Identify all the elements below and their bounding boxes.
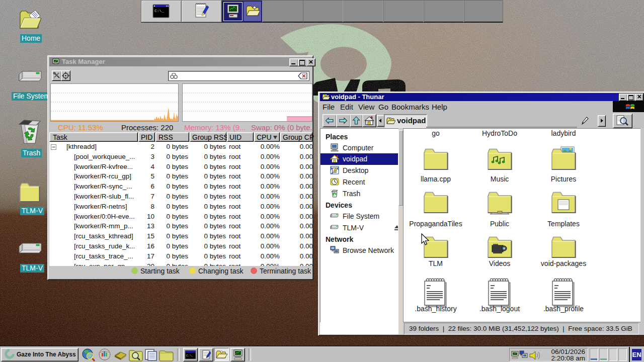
- svg-text:C:\_: C:\_: [154, 9, 164, 13]
- svg-text:C:\_: C:\_: [186, 354, 194, 357]
